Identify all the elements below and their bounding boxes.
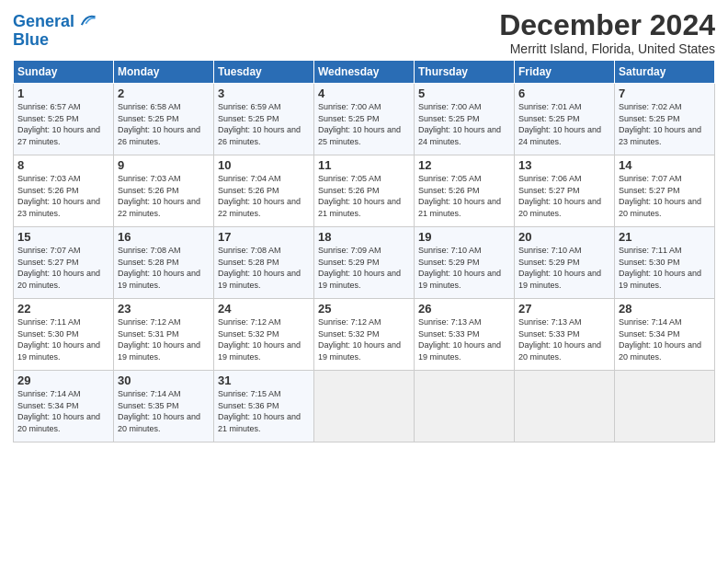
calendar-cell: 28 Sunrise: 7:14 AMSunset: 5:34 PMDaylig…: [615, 299, 715, 371]
day-info: Sunrise: 7:03 AMSunset: 5:26 PMDaylight:…: [118, 174, 200, 218]
day-number: 18: [318, 230, 410, 244]
day-number: 17: [218, 230, 310, 244]
title-block: December 2024 Merritt Island, Florida, U…: [499, 9, 715, 56]
calendar-cell: 4 Sunrise: 7:00 AMSunset: 5:25 PMDayligh…: [314, 84, 415, 155]
day-info: Sunrise: 7:11 AMSunset: 5:30 PMDaylight:…: [17, 317, 100, 362]
day-number: 27: [518, 302, 610, 316]
day-info: Sunrise: 7:00 AMSunset: 5:25 PMDaylight:…: [318, 102, 401, 146]
calendar-cell: 7 Sunrise: 7:02 AMSunset: 5:25 PMDayligh…: [615, 84, 715, 155]
calendar-cell: 24 Sunrise: 7:12 AMSunset: 5:32 PMDaylig…: [214, 299, 314, 371]
day-info: Sunrise: 7:12 AMSunset: 5:31 PMDaylight:…: [118, 317, 200, 362]
day-number: 23: [118, 302, 210, 316]
day-number: 22: [17, 302, 109, 316]
day-info: Sunrise: 6:59 AMSunset: 5:25 PMDaylight:…: [218, 102, 301, 146]
day-number: 4: [318, 86, 410, 100]
day-number: 25: [318, 302, 410, 316]
day-info: Sunrise: 6:57 AMSunset: 5:25 PMDaylight:…: [17, 102, 100, 146]
calendar-cell: 18 Sunrise: 7:09 AMSunset: 5:29 PMDaylig…: [314, 227, 415, 299]
calendar-week-row: 22 Sunrise: 7:11 AMSunset: 5:30 PMDaylig…: [14, 299, 715, 371]
day-info: Sunrise: 7:12 AMSunset: 5:32 PMDaylight:…: [318, 317, 401, 362]
calendar-cell: 10 Sunrise: 7:04 AMSunset: 5:26 PMDaylig…: [214, 155, 314, 227]
day-info: Sunrise: 7:15 AMSunset: 5:36 PMDaylight:…: [218, 389, 301, 433]
calendar-cell: 17 Sunrise: 7:08 AMSunset: 5:28 PMDaylig…: [214, 227, 314, 299]
weekday-header: Sunday: [14, 61, 114, 84]
calendar-cell: 2 Sunrise: 6:58 AMSunset: 5:25 PMDayligh…: [114, 84, 214, 155]
logo-icon: [76, 10, 97, 30]
day-number: 29: [17, 373, 109, 387]
weekday-header: Saturday: [615, 61, 715, 84]
page-header: General Blue December 2024 Merritt Islan…: [13, 9, 715, 56]
calendar-cell: 30 Sunrise: 7:14 AMSunset: 5:35 PMDaylig…: [114, 371, 214, 442]
day-number: 1: [17, 86, 109, 100]
day-number: 21: [619, 230, 711, 244]
day-number: 28: [619, 302, 711, 316]
day-info: Sunrise: 7:14 AMSunset: 5:34 PMDaylight:…: [619, 317, 701, 362]
calendar-cell: 15 Sunrise: 7:07 AMSunset: 5:27 PMDaylig…: [14, 227, 114, 299]
weekday-header: Friday: [515, 61, 615, 84]
day-info: Sunrise: 7:10 AMSunset: 5:29 PMDaylight:…: [518, 246, 601, 290]
calendar-cell: 25 Sunrise: 7:12 AMSunset: 5:32 PMDaylig…: [314, 299, 415, 371]
day-number: 8: [17, 158, 109, 172]
calendar-cell: 20 Sunrise: 7:10 AMSunset: 5:29 PMDaylig…: [515, 227, 615, 299]
day-info: Sunrise: 7:12 AMSunset: 5:32 PMDaylight:…: [218, 317, 301, 362]
calendar-cell: 14 Sunrise: 7:07 AMSunset: 5:27 PMDaylig…: [615, 155, 715, 227]
day-info: Sunrise: 7:06 AMSunset: 5:27 PMDaylight:…: [518, 174, 601, 218]
day-number: 12: [418, 158, 510, 172]
day-info: Sunrise: 7:07 AMSunset: 5:27 PMDaylight:…: [17, 246, 100, 290]
calendar-cell: 22 Sunrise: 7:11 AMSunset: 5:30 PMDaylig…: [14, 299, 114, 371]
calendar-cell: 9 Sunrise: 7:03 AMSunset: 5:26 PMDayligh…: [114, 155, 214, 227]
day-number: 9: [118, 158, 210, 172]
calendar-week-row: 1 Sunrise: 6:57 AMSunset: 5:25 PMDayligh…: [14, 84, 715, 155]
calendar-cell: [515, 371, 615, 442]
day-info: Sunrise: 7:14 AMSunset: 5:35 PMDaylight:…: [118, 389, 200, 433]
calendar-cell: 8 Sunrise: 7:03 AMSunset: 5:26 PMDayligh…: [14, 155, 114, 227]
calendar-table: SundayMondayTuesdayWednesdayThursdayFrid…: [13, 60, 715, 442]
calendar-cell: [615, 371, 715, 442]
day-number: 26: [418, 302, 510, 316]
day-number: 20: [518, 230, 610, 244]
day-number: 14: [619, 158, 711, 172]
day-number: 24: [218, 302, 310, 316]
day-info: Sunrise: 7:03 AMSunset: 5:26 PMDaylight:…: [17, 174, 100, 218]
day-number: 2: [118, 86, 210, 100]
calendar-cell: 23 Sunrise: 7:12 AMSunset: 5:31 PMDaylig…: [114, 299, 214, 371]
day-number: 11: [318, 158, 410, 172]
day-number: 31: [218, 373, 310, 387]
page-container: General Blue December 2024 Merritt Islan…: [0, 0, 728, 452]
day-info: Sunrise: 7:10 AMSunset: 5:29 PMDaylight:…: [418, 246, 501, 290]
calendar-cell: 19 Sunrise: 7:10 AMSunset: 5:29 PMDaylig…: [415, 227, 515, 299]
day-number: 16: [118, 230, 210, 244]
calendar-cell: 1 Sunrise: 6:57 AMSunset: 5:25 PMDayligh…: [14, 84, 114, 155]
location-title: Merritt Island, Florida, United States: [499, 41, 715, 56]
logo-text2: Blue: [13, 31, 97, 50]
day-number: 3: [218, 86, 310, 100]
day-info: Sunrise: 7:04 AMSunset: 5:26 PMDaylight:…: [218, 174, 301, 218]
day-info: Sunrise: 7:00 AMSunset: 5:25 PMDaylight:…: [418, 102, 501, 146]
day-info: Sunrise: 7:01 AMSunset: 5:25 PMDaylight:…: [518, 102, 601, 146]
calendar-body: 1 Sunrise: 6:57 AMSunset: 5:25 PMDayligh…: [14, 84, 715, 442]
day-info: Sunrise: 7:08 AMSunset: 5:28 PMDaylight:…: [218, 246, 301, 290]
month-title: December 2024: [499, 9, 715, 41]
day-info: Sunrise: 7:05 AMSunset: 5:26 PMDaylight:…: [418, 174, 501, 218]
day-info: Sunrise: 7:08 AMSunset: 5:28 PMDaylight:…: [118, 246, 200, 290]
calendar-week-row: 29 Sunrise: 7:14 AMSunset: 5:34 PMDaylig…: [14, 371, 715, 442]
day-number: 5: [418, 86, 510, 100]
calendar-cell: 29 Sunrise: 7:14 AMSunset: 5:34 PMDaylig…: [14, 371, 114, 442]
weekday-header: Wednesday: [314, 61, 415, 84]
day-info: Sunrise: 7:02 AMSunset: 5:25 PMDaylight:…: [619, 102, 701, 146]
logo: General Blue: [13, 13, 97, 50]
calendar-cell: 6 Sunrise: 7:01 AMSunset: 5:25 PMDayligh…: [515, 84, 615, 155]
weekday-header: Thursday: [415, 61, 515, 84]
calendar-cell: 11 Sunrise: 7:05 AMSunset: 5:26 PMDaylig…: [314, 155, 415, 227]
day-info: Sunrise: 6:58 AMSunset: 5:25 PMDaylight:…: [118, 102, 200, 146]
day-info: Sunrise: 7:05 AMSunset: 5:26 PMDaylight:…: [318, 174, 401, 218]
calendar-cell: 5 Sunrise: 7:00 AMSunset: 5:25 PMDayligh…: [415, 84, 515, 155]
calendar-week-row: 8 Sunrise: 7:03 AMSunset: 5:26 PMDayligh…: [14, 155, 715, 227]
day-number: 7: [619, 86, 711, 100]
calendar-cell: 3 Sunrise: 6:59 AMSunset: 5:25 PMDayligh…: [214, 84, 314, 155]
day-info: Sunrise: 7:09 AMSunset: 5:29 PMDaylight:…: [318, 246, 401, 290]
calendar-cell: 13 Sunrise: 7:06 AMSunset: 5:27 PMDaylig…: [515, 155, 615, 227]
calendar-cell: 21 Sunrise: 7:11 AMSunset: 5:30 PMDaylig…: [615, 227, 715, 299]
calendar-cell: 16 Sunrise: 7:08 AMSunset: 5:28 PMDaylig…: [114, 227, 214, 299]
day-number: 30: [118, 373, 210, 387]
